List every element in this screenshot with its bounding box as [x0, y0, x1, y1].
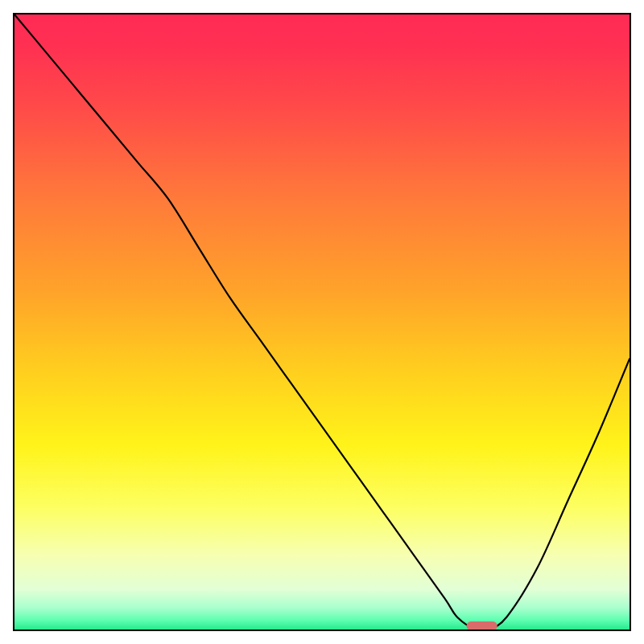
gradient-background [14, 14, 630, 630]
optimal-marker [467, 621, 497, 630]
chart-svg [14, 14, 630, 630]
chart-frame: TheBottleneck.com [0, 0, 644, 644]
plot-area: TheBottleneck.com [13, 13, 631, 631]
